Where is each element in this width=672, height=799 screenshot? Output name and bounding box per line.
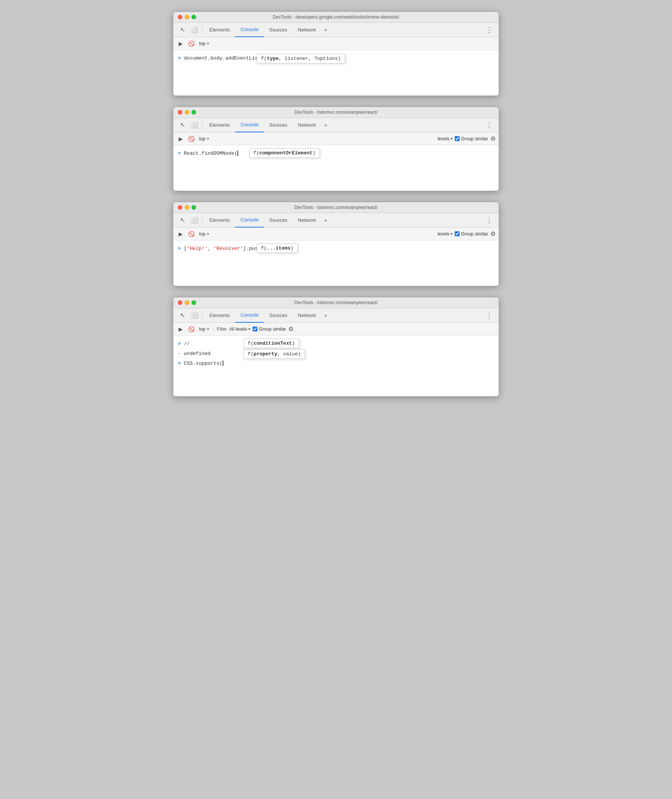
tab-network[interactable]: Network [293,118,322,133]
tab-network[interactable]: Network [293,213,322,227]
console-row-4b: ← undefined [173,348,499,358]
context-select[interactable]: top ▾ [198,40,210,47]
minimize-button[interactable] [185,205,189,210]
block-icon[interactable]: 🚫 [187,134,195,143]
context-select[interactable]: top ▾ [198,230,210,237]
cursor-icon[interactable]: ↖ [176,24,189,36]
tab-console[interactable]: Console [235,308,264,323]
devtools-window-1: DevTools - developers.google.com/web/too… [173,11,499,96]
group-similar-check[interactable]: Group similar [455,136,488,141]
tab-more[interactable]: » [321,119,330,131]
group-similar-checkbox[interactable] [455,231,460,236]
cursor-icon[interactable]: ↖ [176,214,189,226]
minimize-button[interactable] [185,300,189,305]
inspect-icon[interactable]: ⬜ [189,214,201,226]
tab-sources[interactable]: Sources [264,213,293,227]
context-select[interactable]: top ▾ [198,135,210,142]
maximize-button[interactable] [192,110,196,115]
cursor-icon[interactable]: ↖ [176,119,189,131]
maximize-button[interactable] [192,205,196,210]
tab-bar-1: ↖ ⬜ Elements Console Sources Network » ⋮ [173,23,499,37]
console-code-4b: undefined [184,351,210,356]
menu-dots[interactable]: ⋮ [483,121,496,129]
tab-bar-3: ↖ ⬜ Elements Console Sources Network » ⋮ [173,213,499,227]
cursor-icon[interactable]: ↖ [176,310,189,321]
console-row-4c[interactable]: > CSS.supports( [173,358,499,368]
tab-elements[interactable]: Elements [204,213,235,227]
tab-console[interactable]: Console [235,23,264,37]
run-icon[interactable]: ▶ [176,230,185,238]
minimize-button[interactable] [185,110,189,115]
tab-elements[interactable]: Elements [204,23,235,37]
block-icon[interactable]: 🚫 [187,230,195,238]
title-bar-1: DevTools - developers.google.com/web/too… [173,12,499,23]
maximize-button[interactable] [192,300,196,305]
gear-icon[interactable]: ⚙ [288,325,294,332]
console-content-3: > ['Help!', 'Revolver'].push( f(...items… [173,240,499,286]
prompt-2: > [178,150,181,156]
title-bar-4: DevTools - todomvc.com/examples/react/ [173,297,499,308]
menu-dots[interactable]: ⋮ [483,311,496,320]
close-button[interactable] [178,15,182,19]
tab-more[interactable]: » [321,214,330,226]
block-icon[interactable]: 🚫 [187,40,195,48]
levels-select[interactable]: levels ▾ [438,231,453,237]
tab-console[interactable]: Console [235,213,264,227]
devtools-window-3: DevTools - todomvc.com/examples/react/ ↖… [173,202,499,286]
inspect-icon[interactable]: ⬜ [189,119,201,131]
toolbar-divider [213,326,214,332]
tab-sources[interactable]: Sources [264,118,293,133]
menu-dots[interactable]: ⋮ [483,216,496,224]
autocomplete-tooltip-4b: f(property, value) [243,349,305,359]
param-bold-1: conditionText [254,340,292,346]
group-similar-checkbox[interactable] [253,326,258,331]
tab-sources[interactable]: Sources [264,23,293,37]
block-icon[interactable]: 🚫 [187,325,195,333]
console-row-4a[interactable]: > // [173,339,499,348]
group-similar-checkbox[interactable] [455,136,460,141]
autocomplete-tooltip-3: f(...items) [257,243,298,253]
run-icon[interactable]: ▶ [176,134,185,143]
title-bar-3: DevTools - todomvc.com/examples/react/ [173,202,499,213]
minimize-button[interactable] [185,15,189,19]
tab-sources[interactable]: Sources [264,308,293,323]
levels-select[interactable]: levels ▾ [438,136,453,141]
inspect-icon[interactable]: ⬜ [189,310,201,321]
tab-separator [202,217,203,224]
tab-separator [202,26,203,34]
close-button[interactable] [178,110,182,115]
tab-more[interactable]: » [321,310,330,321]
group-similar-check[interactable]: Group similar [455,231,488,237]
close-button[interactable] [178,205,182,210]
filter-label: Filter [217,326,227,332]
inspect-icon[interactable]: ⬜ [189,24,201,36]
tab-network[interactable]: Network [293,23,322,37]
gear-icon[interactable]: ⚙ [490,230,496,237]
tab-bar-2: ↖ ⬜ Elements Console Sources Network » ⋮ [173,118,499,133]
window-title-3: DevTools - todomvc.com/examples/react/ [294,205,378,210]
close-button[interactable] [178,300,182,305]
console-row-3[interactable]: > ['Help!', 'Revolver'].push( [173,243,499,253]
param-bold-2: property [254,351,277,357]
tab-console[interactable]: Console [235,118,264,133]
run-icon[interactable]: ▶ [176,40,185,48]
menu-dots[interactable]: ⋮ [483,26,496,34]
gear-icon[interactable]: ⚙ [490,135,496,142]
run-icon[interactable]: ▶ [176,325,185,333]
toolbar-3: ▶ 🚫 top ▾ levels ▾ Group similar ⚙ [173,227,499,240]
toolbar-4: ▶ 🚫 top ▾ Filter All levels ▾ Group simi… [173,323,499,336]
maximize-button[interactable] [192,15,196,19]
tab-more[interactable]: » [321,24,330,36]
console-row-2[interactable]: > React.findDOMNode( [173,148,499,158]
levels-select[interactable]: All levels ▾ [229,326,250,332]
tab-elements[interactable]: Elements [204,308,235,323]
title-bar-2: DevTools - todomvc.com/examples/react/ [173,107,499,118]
window-title-2: DevTools - todomvc.com/examples/react/ [294,110,378,115]
console-code-3: ['Help!', 'Revolver'].push( [184,246,265,251]
prompt-3: > [178,246,181,251]
context-select[interactable]: top ▾ [198,326,210,332]
console-content-1: > document.body.addEventListener( f(type… [173,50,499,96]
group-similar-check[interactable]: Group similar [253,326,286,332]
tab-network[interactable]: Network [293,308,322,323]
tab-elements[interactable]: Elements [204,118,235,133]
